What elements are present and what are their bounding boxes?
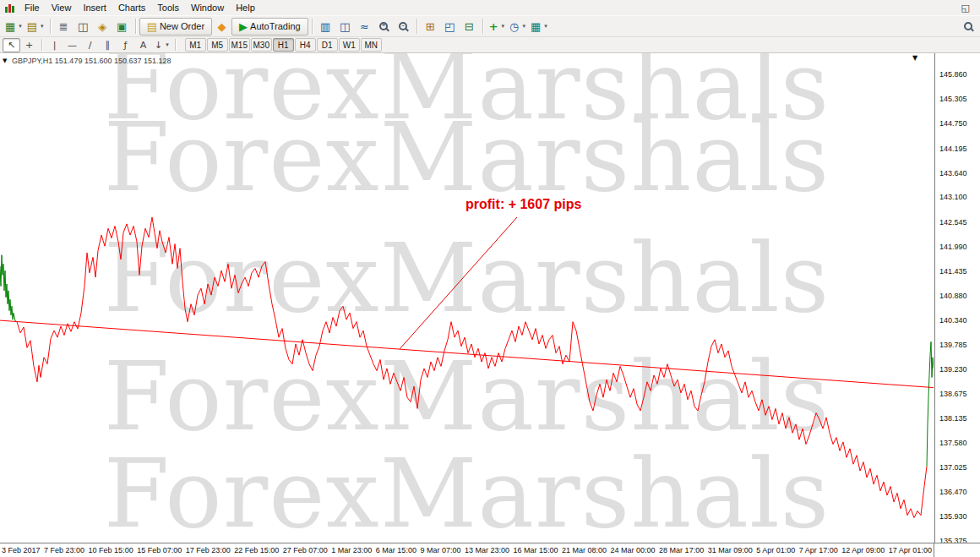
menu-items: FileViewInsertChartsToolsWindowHelp — [19, 2, 261, 14]
search-icon — [964, 22, 972, 30]
timeframe-m5-button[interactable]: M5 — [207, 38, 228, 52]
magnifier-sign: + — [381, 21, 386, 30]
toolbar-separator — [482, 19, 483, 34]
time-tick-label: 7 Feb 23:00 — [44, 543, 84, 557]
templates-icon: ▦ — [531, 21, 541, 32]
zoom-out-button[interactable]: - — [394, 17, 413, 35]
indicators-icon: + — [489, 21, 498, 32]
market-watch-button[interactable]: ≣ — [54, 17, 74, 35]
time-tick-label: 6 Mar 15:00 — [376, 543, 416, 557]
candles-chart-button[interactable]: ◫ — [335, 17, 355, 35]
time-tick-label: 5 Apr 01:00 — [756, 543, 795, 557]
price-tick-label: 137.025 — [939, 463, 967, 472]
price-tick-label: 135.930 — [939, 512, 967, 521]
price-tick-label: 143.100 — [939, 193, 967, 201]
new-chart-button[interactable]: ▦▾ — [3, 17, 24, 35]
navigator-button[interactable]: ◈ — [93, 17, 112, 35]
timeframe-d1-button[interactable]: D1 — [317, 38, 338, 52]
zoom-in-button[interactable]: + — [374, 17, 394, 35]
fibonacci-icon: ƒ — [124, 41, 128, 50]
price-tick-label: 144.750 — [939, 119, 967, 128]
dropdown-caret-icon: ▾ — [41, 23, 44, 30]
time-tick-label: 10 Feb 15:00 — [89, 543, 133, 557]
toolbar-standard: ▦▾▤▾≣◫◈▣▤New Order◆▶AutoTrading▥◫≈+-⊞◰⊟+… — [0, 15, 980, 37]
channel-button[interactable]: ∥ — [99, 38, 117, 52]
series-opening-segment — [0, 255, 17, 322]
price-tick-label: 144.195 — [939, 145, 967, 153]
timeframe-mn-button[interactable]: MN — [361, 38, 382, 52]
menu-item-charts[interactable]: Charts — [112, 2, 151, 14]
time-tick-label: 17 Apr 01:00 — [889, 543, 932, 557]
price-tick-label: 145.305 — [939, 95, 967, 103]
timeframe-m15-button[interactable]: M15 — [229, 38, 250, 52]
arrows-button[interactable]: ↓▾ — [152, 38, 172, 52]
series-price-line — [17, 217, 927, 517]
chart-window: ForexMarshalsForexMarshalsForexMarshalsF… — [0, 53, 980, 557]
indicators-button[interactable]: +▾ — [487, 17, 507, 35]
price-tick-label: 136.470 — [939, 488, 967, 496]
toolbar-line-studies-items: ↖+|—/∥ƒA↓▾ — [3, 38, 179, 52]
menu-item-window[interactable]: Window — [185, 2, 230, 14]
cascade-windows-button[interactable]: ◰ — [440, 17, 460, 35]
chart-plot[interactable]: ForexMarshalsForexMarshalsForexMarshalsF… — [0, 53, 934, 543]
market-watch-icon: ≣ — [59, 21, 68, 32]
new-order-button[interactable]: ▤New Order — [139, 18, 212, 35]
chart-shift-marker-icon[interactable]: ▼ — [912, 54, 917, 62]
dropdown-caret-icon: ▾ — [19, 23, 22, 30]
horizontal-line-icon: — — [68, 41, 77, 50]
arrange-windows-button[interactable]: ⊟ — [460, 17, 479, 35]
magnifier-sign: - — [400, 21, 406, 30]
trendline-button[interactable]: / — [81, 38, 99, 52]
toolbar-separator — [50, 19, 51, 34]
autotrading-button[interactable]: ▶AutoTrading — [231, 18, 308, 35]
crosshair-button[interactable]: + — [20, 38, 38, 52]
dropdown-caret-icon: ▾ — [502, 23, 505, 30]
vertical-line-button[interactable]: | — [46, 38, 63, 52]
periods-button[interactable]: ◷▾ — [507, 17, 528, 35]
trendline-icon: / — [89, 41, 92, 50]
horizontal-line-button[interactable]: — — [63, 38, 81, 52]
trendline[interactable] — [0, 320, 934, 388]
time-tick-label: 3 Feb 2017 — [2, 543, 41, 557]
time-axis[interactable]: 3 Feb 20177 Feb 23:0010 Feb 15:0015 Feb … — [0, 543, 934, 557]
tile-windows-button[interactable]: ⊞ — [421, 17, 440, 35]
metaeditor-icon: ◆ — [218, 21, 226, 32]
fibonacci-button[interactable]: ƒ — [117, 38, 134, 52]
toolbar-separator — [175, 39, 176, 51]
line-chart-button[interactable]: ≈ — [355, 17, 374, 35]
axis-corner — [934, 543, 980, 557]
price-tick-label: 138.135 — [939, 414, 967, 423]
metaeditor-button[interactable]: ◆ — [212, 17, 231, 35]
price-tick-label: 141.990 — [939, 243, 967, 251]
timeframe-w1-button[interactable]: W1 — [339, 38, 360, 52]
menu-item-view[interactable]: View — [46, 2, 78, 14]
chart-canvas[interactable] — [0, 53, 934, 543]
annotation-pointer-line — [400, 217, 517, 349]
timeframe-m30-button[interactable]: M30 — [251, 38, 272, 52]
arrange-windows-icon: ⊟ — [465, 21, 474, 32]
bars-chart-button[interactable]: ▥ — [316, 17, 335, 35]
text-button[interactable]: A — [134, 38, 152, 52]
templates-button[interactable]: ▦▾ — [528, 17, 550, 35]
profiles-button[interactable]: ▤▾ — [24, 17, 46, 35]
search-button[interactable] — [958, 17, 977, 35]
time-tick-label: 24 Mar 00:00 — [611, 543, 656, 557]
data-window-button[interactable]: ◫ — [74, 17, 93, 35]
price-tick-label: 142.545 — [939, 218, 967, 227]
profiles-icon: ▤ — [27, 21, 37, 32]
autotrading-icon: ▶ — [239, 21, 248, 32]
terminal-button[interactable]: ▣ — [112, 17, 132, 35]
timeframe-h1-button[interactable]: H1 — [273, 38, 294, 52]
window-restore-icon[interactable]: ◱ — [955, 3, 977, 14]
timeframe-h4-button[interactable]: H4 — [295, 38, 316, 52]
price-axis[interactable]: 145.860145.305144.750144.195143.640143.1… — [934, 53, 980, 543]
menu-item-insert[interactable]: Insert — [77, 2, 112, 14]
menu-item-help[interactable]: Help — [230, 2, 261, 14]
cursor-button[interactable]: ↖ — [3, 38, 20, 52]
menu-item-tools[interactable]: Tools — [151, 2, 185, 14]
price-tick-label: 140.880 — [939, 292, 967, 300]
time-tick-label: 31 Mar 09:00 — [708, 543, 753, 557]
timeframe-m1-button[interactable]: M1 — [185, 38, 206, 52]
menu-item-file[interactable]: File — [19, 2, 46, 14]
toolbar-right-group — [958, 17, 977, 35]
